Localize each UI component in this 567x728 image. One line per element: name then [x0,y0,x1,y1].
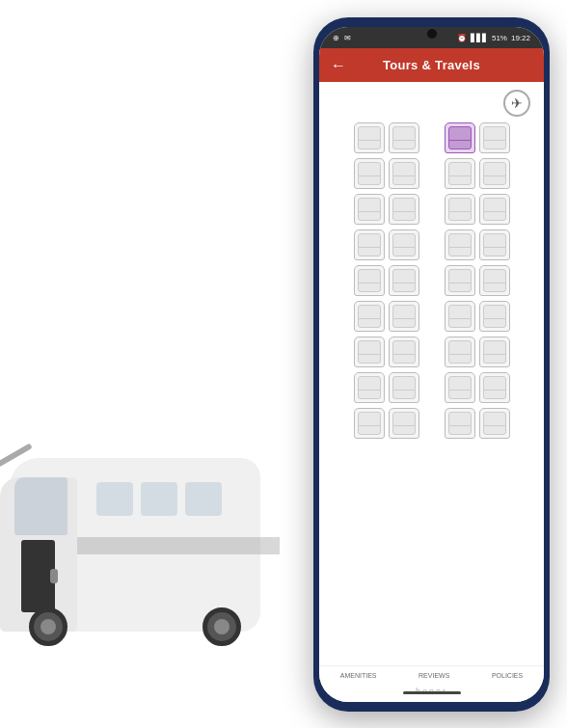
seat-0-3[interactable] [479,122,510,153]
seat-1-2[interactable] [445,158,475,189]
seat-4-2[interactable] [445,265,475,296]
seat-0-2[interactable] [445,122,475,153]
seat-7-0[interactable] [354,372,385,403]
tab-reviews-label: REVIEWS [418,672,449,679]
seat-3-0[interactable] [354,229,385,260]
bus-wheel-left [29,607,68,646]
seat-row [354,265,510,296]
seat-row [354,408,510,439]
seat-1-0[interactable] [354,158,385,189]
bus-window [141,482,177,516]
driver-icon: ✈ [503,90,530,117]
seat-row [354,122,510,153]
bus-window [185,482,222,516]
camera-notch [427,29,437,39]
seat-3-1[interactable] [389,229,419,260]
tab-reviews[interactable]: REVIEWS [418,672,449,679]
bus-wheel-right [202,607,241,646]
seat-8-1[interactable] [389,408,419,439]
scene: ⊕ ✉ ⏰ ▋▋▋ 51% 19:22 ← Tours & Travels ✈ [0,0,567,728]
bus-door-handle [50,569,58,583]
tab-policies[interactable]: POLICIES [492,672,523,679]
seat-row [354,372,510,403]
seat-2-3[interactable] [479,194,510,225]
seat-5-1[interactable] [389,301,419,332]
bus-window [96,482,133,516]
seat-2-0[interactable] [354,194,385,225]
phone-frame: ⊕ ✉ ⏰ ▋▋▋ 51% 19:22 ← Tours & Travels ✈ [313,17,550,712]
seat-grid [325,122,538,439]
seat-8-2[interactable] [445,408,475,439]
page-title: Tours & Travels [383,58,480,72]
seat-0-0[interactable] [354,122,385,153]
battery-label: 51% [492,34,507,42]
time-label: 19:22 [511,34,530,42]
seat-5-0[interactable] [354,301,385,332]
seat-1-3[interactable] [479,158,510,189]
seat-1-1[interactable] [389,158,419,189]
whatsapp-icon: ⊕ [333,34,339,42]
seat-2-2[interactable] [445,194,475,225]
seat-4-0[interactable] [354,265,385,296]
tab-amenities-label: AMENITIES [340,672,377,679]
phone-screen: ⊕ ✉ ⏰ ▋▋▋ 51% 19:22 ← Tours & Travels ✈ [319,27,544,702]
seat-7-2[interactable] [445,372,475,403]
seat-row [354,194,510,225]
seat-8-3[interactable] [479,408,510,439]
seat-6-0[interactable] [354,337,385,367]
seat-3-3[interactable] [479,229,510,260]
driver-row: ✈ [325,90,538,117]
seat-6-1[interactable] [389,337,419,367]
seat-7-1[interactable] [389,372,419,403]
alarm-icon: ⏰ [457,34,467,42]
seat-row [354,301,510,332]
app-header: ← Tours & Travels [319,48,544,82]
bus-front [0,477,77,632]
signal-icon: ▋▋▋ [471,34,488,42]
status-bar-right: ⏰ ▋▋▋ 51% 19:22 [457,34,530,42]
seat-7-3[interactable] [479,372,510,403]
phone-home-bar[interactable] [403,691,461,694]
seat-8-0[interactable] [354,408,385,439]
gmail-icon: ✉ [344,34,351,42]
seat-2-1[interactable] [389,194,419,225]
bus-illustration [0,342,270,651]
seat-3-2[interactable] [445,229,475,260]
seat-map[interactable]: ✈ [319,82,544,665]
seat-row [354,229,510,260]
seat-0-1[interactable] [389,122,419,153]
seat-6-2[interactable] [445,337,475,367]
bus-windshield [14,477,68,535]
seat-4-1[interactable] [389,265,419,296]
seat-row [354,158,510,189]
seat-5-2[interactable] [445,301,475,332]
tab-amenities[interactable]: AMENITIES [340,672,377,679]
seat-6-3[interactable] [479,337,510,367]
back-button[interactable]: ← [331,57,346,74]
bottom-tabs: AMENITIES REVIEWS POLICIES [319,665,544,683]
bus-windows [96,482,222,516]
seat-5-3[interactable] [479,301,510,332]
status-bar-left: ⊕ ✉ [333,34,351,42]
seat-row [354,337,510,367]
tab-policies-label: POLICIES [492,672,523,679]
seat-4-3[interactable] [479,265,510,296]
